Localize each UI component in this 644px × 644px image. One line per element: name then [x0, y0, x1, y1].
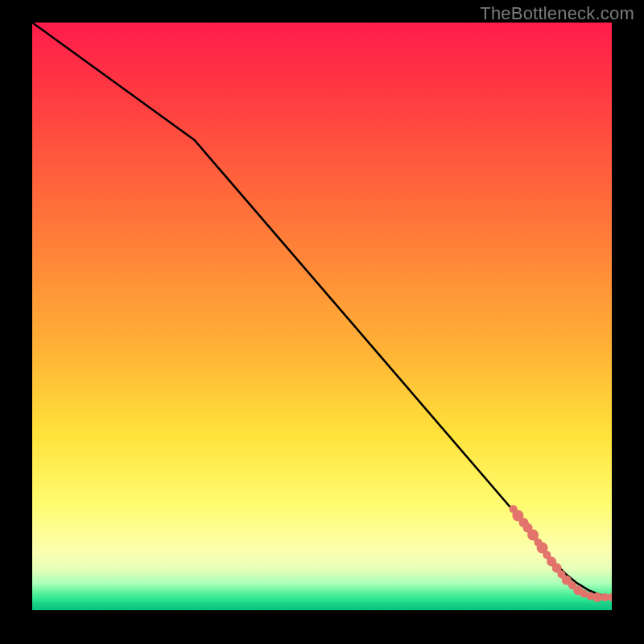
- scatter-point: [601, 593, 609, 601]
- curve-line: [32, 23, 612, 597]
- plot-area: [32, 23, 612, 610]
- scatter-points: [510, 505, 612, 602]
- scatter-point: [592, 592, 602, 602]
- chart-overlay: [32, 23, 612, 610]
- chart-container: TheBottleneck.com: [0, 0, 644, 644]
- watermark-text: TheBottleneck.com: [480, 3, 634, 24]
- scatter-point: [608, 593, 612, 601]
